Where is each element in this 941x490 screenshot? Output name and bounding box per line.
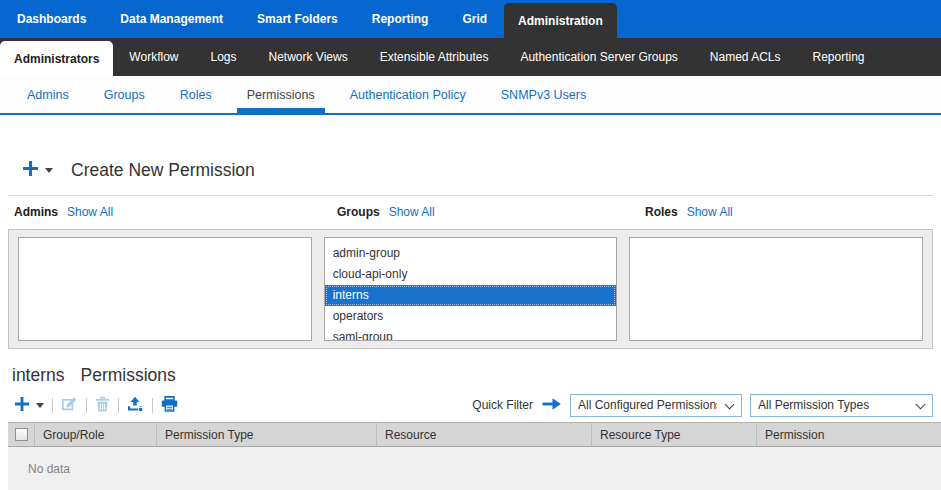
print-button[interactable] <box>161 396 178 415</box>
subtab-authentication-policy[interactable]: Authentication Policy <box>340 76 476 113</box>
tab-reporting[interactable]: Reporting <box>797 38 881 76</box>
tab-administrators[interactable]: Administrators <box>0 41 113 76</box>
roles-label: Roles <box>645 205 678 219</box>
header-permission-type[interactable]: Permission Type <box>156 423 376 446</box>
roles-label-group: Roles Show All <box>645 205 733 219</box>
arrow-right-icon <box>541 397 562 414</box>
upload-icon <box>127 396 144 415</box>
selected-group-name: interns <box>12 365 65 386</box>
create-permission-row: Create New Permission <box>0 155 941 185</box>
edit-icon <box>61 395 78 415</box>
subtab-roles[interactable]: Roles <box>170 76 222 113</box>
topnav-smart-folders[interactable]: Smart Folders <box>240 0 355 38</box>
topnav-reporting[interactable]: Reporting <box>355 0 446 38</box>
tab-authentication-server-groups[interactable]: Authentication Server Groups <box>504 38 693 76</box>
tab-workflow[interactable]: Workflow <box>113 38 194 76</box>
quick-filter-label: Quick Filter <box>472 398 533 412</box>
permission-types-select[interactable]: All Permission Types <box>750 394 933 417</box>
trash-icon <box>95 396 110 415</box>
subtab-admins[interactable]: Admins <box>17 76 79 113</box>
edit-button[interactable] <box>61 395 78 415</box>
create-permission-title: Create New Permission <box>71 160 255 181</box>
selector-panel: admin-group cloud-api-only interns opera… <box>8 229 933 349</box>
roles-show-all-link[interactable]: Show All <box>687 205 733 219</box>
permissions-title: Permissions <box>81 365 176 386</box>
groups-show-all-link[interactable]: Show All <box>389 205 435 219</box>
permissions-section-heading: interns Permissions <box>12 365 941 386</box>
list-item[interactable]: admin-group <box>325 243 617 264</box>
permissions-table: Group/Role Permission Type Resource Reso… <box>8 422 941 490</box>
permissions-toolbar: Quick Filter All Configured Permissions … <box>14 393 933 417</box>
selector-labels: Admins Show All Groups Show All Roles Sh… <box>0 205 941 223</box>
list-item[interactable]: saml-group <box>325 327 617 341</box>
add-permission-button[interactable] <box>14 396 44 415</box>
section-divider <box>8 195 933 196</box>
header-checkbox-cell <box>8 423 34 446</box>
admins-label: Admins <box>14 205 58 219</box>
plus-icon <box>22 160 39 180</box>
quick-filter-group: Quick Filter All Configured Permissions … <box>472 394 933 417</box>
groups-label: Groups <box>337 205 380 219</box>
upload-button[interactable] <box>127 396 144 415</box>
topnav-dashboards[interactable]: Dashboards <box>0 0 103 38</box>
caret-down-icon <box>45 168 53 173</box>
sub-tabs: Admins Groups Roles Permissions Authenti… <box>0 76 941 115</box>
header-resource[interactable]: Resource <box>376 423 591 446</box>
header-permission[interactable]: Permission <box>756 423 941 446</box>
groups-label-group: Groups Show All <box>337 205 435 219</box>
list-item[interactable]: cloud-api-only <box>325 264 617 285</box>
subtab-snmpv3-users[interactable]: SNMPv3 Users <box>491 76 596 113</box>
groups-listbox[interactable]: admin-group cloud-api-only interns opera… <box>324 237 618 341</box>
tab-named-acls[interactable]: Named ACLs <box>694 38 797 76</box>
admins-label-group: Admins Show All <box>14 205 113 219</box>
header-resource-type[interactable]: Resource Type <box>591 423 756 446</box>
toolbar-separator <box>86 398 87 413</box>
subtab-permissions[interactable]: Permissions <box>237 76 325 113</box>
roles-listbox[interactable] <box>629 237 923 341</box>
topnav-grid[interactable]: Grid <box>445 0 504 38</box>
admins-show-all-link[interactable]: Show All <box>67 205 113 219</box>
top-nav: Dashboards Data Management Smart Folders… <box>0 0 941 38</box>
tab-logs[interactable]: Logs <box>194 38 252 76</box>
table-header: Group/Role Permission Type Resource Reso… <box>8 422 941 447</box>
tab-extensible-attributes[interactable]: Extensible Attributes <box>364 38 505 76</box>
topnav-administration[interactable]: Administration <box>504 3 617 38</box>
empty-state-text: No data <box>28 462 70 476</box>
print-icon <box>161 396 178 415</box>
select-all-checkbox[interactable] <box>15 428 28 441</box>
topnav-data-management[interactable]: Data Management <box>103 0 240 38</box>
second-nav: Administrators Workflow Logs Network Vie… <box>0 38 941 76</box>
create-permission-button[interactable] <box>22 160 53 180</box>
list-item[interactable]: operators <box>325 306 617 327</box>
header-group-role[interactable]: Group/Role <box>34 423 156 446</box>
caret-down-icon <box>36 403 44 408</box>
delete-button[interactable] <box>95 396 110 415</box>
table-body: No data <box>8 447 941 490</box>
admins-listbox[interactable] <box>18 237 312 341</box>
list-item-selected[interactable]: interns <box>325 285 617 306</box>
tab-network-views[interactable]: Network Views <box>253 38 364 76</box>
subtab-groups[interactable]: Groups <box>94 76 155 113</box>
plus-icon <box>14 396 30 415</box>
toolbar-separator <box>152 398 153 413</box>
toolbar-separator <box>118 398 119 413</box>
toolbar-separator <box>52 398 53 413</box>
configured-permissions-select[interactable]: All Configured Permissions <box>570 394 742 417</box>
